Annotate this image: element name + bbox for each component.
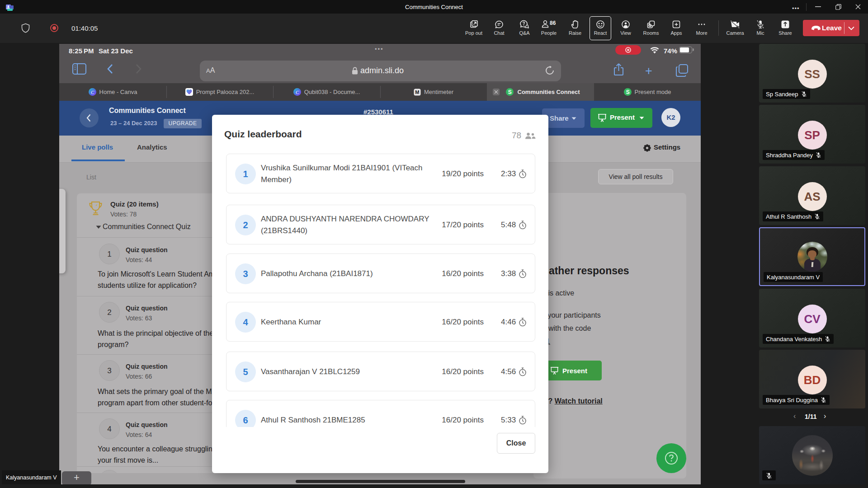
svg-text:S: S xyxy=(626,89,629,95)
svg-text:86: 86 xyxy=(550,20,556,26)
svg-text:C: C xyxy=(91,89,94,95)
svg-text:M: M xyxy=(415,89,419,95)
svg-text:C: C xyxy=(296,89,299,95)
svg-text:S: S xyxy=(508,89,512,95)
